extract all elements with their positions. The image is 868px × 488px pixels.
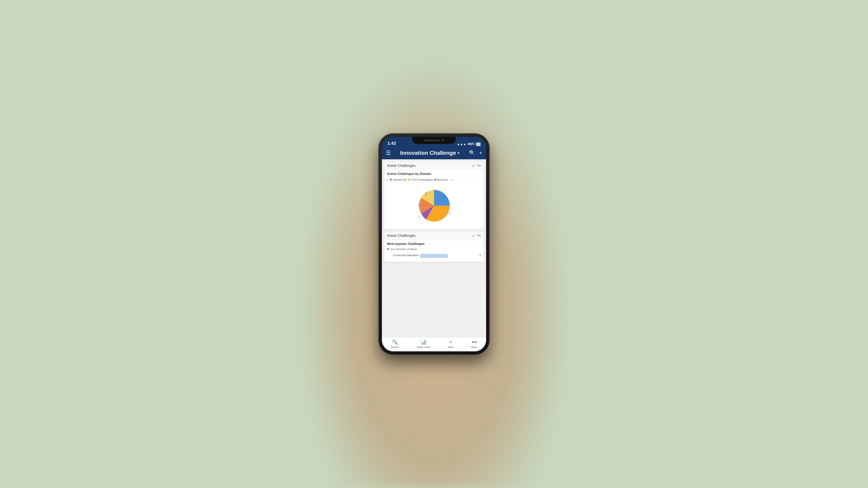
notch-camera: [441, 139, 444, 142]
pie-chart-svg: 3 2 1 1 2: [410, 186, 458, 225]
nav-show-chart[interactable]: 📊 Show Chart: [417, 339, 430, 349]
header-right: 🔍 +: [469, 150, 482, 156]
nav-search-icon: 🔍: [392, 339, 398, 345]
scroll-content: Active Challenges ⤢ ••• Active Challenge…: [382, 159, 486, 337]
legend-row: ‹ Industry IOT IT/OT convergence: [384, 177, 484, 183]
bar-legend: Sum (Number of ideas): [387, 248, 481, 251]
bar-value-0: 5: [479, 254, 481, 257]
pie-label-3: 3: [443, 196, 444, 199]
scene: 1:42 ▲▲▲ WiFi ▓▓ ☰ Innovation C: [0, 0, 868, 488]
header-left: ☰: [386, 150, 391, 156]
nav-new-label: New: [448, 346, 453, 349]
card2-subtitle: Most popular Challenges: [384, 240, 484, 247]
pie-label-1a: 1: [418, 215, 420, 218]
pie-slice-industry-iot: [434, 190, 450, 206]
legend-label-1: IT/OT convergence: [411, 178, 433, 181]
bar-partial-0: [420, 254, 447, 258]
bar-legend-dot: [387, 248, 389, 250]
add-icon[interactable]: +: [479, 150, 482, 156]
bottom-nav: 🔍 Search 📊 Show Chart + New •••: [382, 337, 486, 351]
legend-item-0: Industry IOT: [390, 178, 407, 181]
more-icon[interactable]: •••: [477, 164, 481, 168]
card2-more-icon[interactable]: •••: [477, 234, 481, 238]
signal-icon: ▲▲▲: [457, 142, 466, 146]
battery-icon: ▓▓: [476, 142, 480, 146]
wifi-icon: WiFi: [468, 142, 474, 146]
phone-screen: 1:42 ▲▲▲ WiFi ▓▓ ☰ Innovation C: [382, 137, 486, 351]
bar-chart-section: Sum (Number of ideas) Connected Operatio…: [384, 247, 484, 262]
bar-row-0: Connected Operations 5: [387, 253, 481, 258]
nav-more-label: More: [471, 346, 477, 349]
legend-label-2: New busi...: [437, 178, 450, 181]
nav-more-icon: •••: [472, 339, 476, 345]
pie-label-2a: 2: [449, 212, 451, 215]
card2-expand-icon[interactable]: ⤢: [472, 234, 475, 238]
nav-chart-icon: 📊: [421, 339, 427, 345]
legend-next-icon[interactable]: ›: [451, 177, 454, 182]
notch-speaker: [424, 140, 440, 141]
card1-header: Active Challenges ⤢ •••: [384, 162, 484, 170]
card1-title: Active Challenges: [387, 164, 415, 168]
search-icon[interactable]: 🔍: [469, 150, 475, 156]
nav-more[interactable]: ••• More: [471, 339, 477, 349]
nav-search-label: Search: [391, 346, 399, 349]
nav-search[interactable]: 🔍 Search: [391, 339, 399, 349]
pie-label-2b: 2: [425, 191, 427, 194]
card2-title: Active Challenges: [387, 234, 415, 238]
dropdown-chevron-icon: ▾: [458, 151, 460, 155]
status-time: 1:42: [388, 141, 396, 146]
pie-chart-container: 3 2 1 1 2: [384, 183, 484, 229]
card2-actions: ⤢ •••: [472, 234, 481, 238]
legend-dot-2: [434, 178, 436, 181]
app-title: Innovation Challenge: [400, 150, 456, 156]
phone-notch: [412, 137, 456, 144]
phone-wrapper: 1:42 ▲▲▲ WiFi ▓▓ ☰ Innovation C: [379, 134, 489, 355]
bar-label-0: Connected Operations: [387, 254, 418, 257]
card1-actions: ⤢ •••: [472, 164, 481, 168]
header-title-group[interactable]: Innovation Challenge ▾: [400, 150, 460, 156]
nav-chart-label: Show Chart: [417, 346, 430, 349]
legend-item-2: New busi...: [434, 178, 450, 181]
active-challenges-domain-card: Active Challenges ⤢ ••• Active Challenge…: [384, 162, 484, 229]
legend-dot-1: [408, 178, 410, 181]
most-popular-challenges-card: Active Challenges ⤢ ••• Most popular Cha…: [384, 232, 484, 262]
legend-label-0: Industry IOT: [393, 178, 407, 181]
legend-dot-0: [390, 178, 392, 181]
pie-label-1b: 1: [418, 203, 420, 206]
app-header: ☰ Innovation Challenge ▾ 🔍 +: [382, 148, 486, 159]
card1-subtitle: Active Challenges by Domain: [384, 170, 484, 177]
card2-header: Active Challenges ⤢ •••: [384, 232, 484, 240]
bar-legend-label: Sum (Number of ideas): [390, 248, 416, 251]
status-icons: ▲▲▲ WiFi ▓▓: [457, 142, 480, 146]
expand-icon[interactable]: ⤢: [472, 164, 475, 168]
nav-new[interactable]: + New: [448, 339, 453, 349]
phone-screen-container: 1:42 ▲▲▲ WiFi ▓▓ ☰ Innovation C: [382, 137, 486, 351]
legend-prev-icon[interactable]: ‹: [386, 177, 389, 182]
nav-new-icon: +: [450, 339, 452, 345]
phone-device: 1:42 ▲▲▲ WiFi ▓▓ ☰ Innovation C: [379, 134, 489, 355]
hamburger-icon[interactable]: ☰: [386, 150, 391, 156]
legend-item-1: IT/OT convergence: [408, 178, 433, 181]
